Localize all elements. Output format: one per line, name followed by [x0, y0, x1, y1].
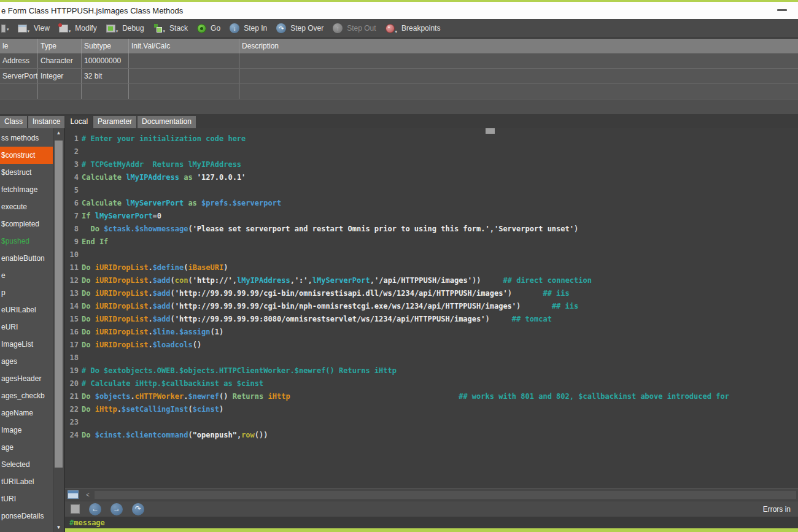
toolbar-button-modify[interactable]: ▾Modify [59, 24, 97, 33]
code-line[interactable]: 23 [65, 416, 798, 429]
method-list-item[interactable]: fetchImage [0, 181, 53, 198]
code-line[interactable]: 16Do iURIDropList.$line.$assign(1) [65, 326, 798, 339]
column-header-3[interactable]: Init.Val/Calc [129, 39, 239, 53]
code-line[interactable]: 22Do iHttp.$setCallingInst($cinst) [65, 403, 798, 416]
method-list-item[interactable]: ponseDetails [0, 507, 53, 525]
method-list-item[interactable]: $pushed [0, 233, 53, 250]
method-list-item[interactable]: ImageList [0, 336, 53, 353]
toolbar-button-breakpoints[interactable]: ▾Breakpoints [385, 24, 441, 33]
method-list-item[interactable]: $completed [0, 215, 53, 233]
horizontal-scrollbar[interactable]: < [65, 488, 798, 501]
table-cell[interactable] [38, 84, 82, 99]
code-line[interactable]: 2 [65, 145, 798, 158]
table-cell[interactable]: Address [0, 53, 38, 68]
method-list-item[interactable]: eURI [0, 318, 53, 336]
toolbar-button-debug[interactable]: ▾Debug [106, 24, 144, 33]
method-list-item[interactable]: tURILabel [0, 473, 53, 490]
send-arrow-icon[interactable]: ↷ [132, 503, 144, 515]
table-row[interactable] [0, 84, 798, 99]
code-line[interactable]: 10 [65, 249, 798, 261]
table-cell[interactable]: 100000000 [82, 53, 129, 68]
code-line[interactable]: 8 Do $ctask.$showmessage('Please set ser… [65, 223, 798, 236]
code-line[interactable]: 11Do iURIDropList.$define(iBaseURI) [65, 261, 798, 274]
table-cell[interactable] [129, 69, 239, 83]
code-token: lMyIPAddress [237, 276, 290, 285]
minimize-button[interactable] [777, 9, 787, 11]
tab-documentation[interactable]: Documentation [138, 116, 196, 128]
code-line[interactable]: 9End If [65, 236, 798, 249]
window-list-icon[interactable] [68, 490, 79, 499]
method-list-item[interactable]: ageName [0, 404, 53, 422]
method-list-item[interactable]: age [0, 439, 53, 456]
column-header-2[interactable]: Subtype [82, 39, 129, 53]
table-cell[interactable]: ServerPort [0, 69, 38, 83]
code-editor[interactable]: 1# Enter your initialization code here23… [65, 128, 798, 488]
code-line[interactable]: 14Do iURIDropList.$add('http://99.99.99.… [65, 300, 798, 313]
table-cell[interactable] [239, 53, 798, 68]
code-line[interactable]: 18 [65, 352, 798, 364]
scrollbar-track[interactable] [95, 491, 796, 499]
table-cell[interactable] [129, 53, 239, 68]
code-line[interactable]: 20# Calculate iHttp.$callbackinst as $ci… [65, 377, 798, 390]
method-list-item[interactable]: ages_checkb [0, 387, 53, 404]
stop-button[interactable] [71, 504, 80, 514]
toolbar-button-stack[interactable]: ▾Stack [153, 24, 188, 33]
back-arrow-icon[interactable]: ← [89, 503, 101, 515]
toolbar-button-step-over[interactable]: ↷Step Over [276, 23, 323, 33]
scrollbar-thumb[interactable] [55, 141, 63, 468]
code-line[interactable]: 6Calculate lMyServerPort as $prefs.$serv… [65, 197, 798, 210]
scroll-left-icon[interactable]: < [86, 492, 90, 498]
table-cell[interactable] [239, 69, 798, 83]
toolbar-button-step-out[interactable]: ↑Step Out [333, 23, 376, 33]
table-cell[interactable] [129, 84, 239, 99]
method-list-item[interactable]: tURI [0, 490, 53, 507]
table-cell[interactable]: Integer [38, 69, 82, 83]
method-list-item[interactable]: Image [0, 422, 53, 439]
method-list-item[interactable]: $construct [0, 147, 53, 164]
method-list-item[interactable]: eURILabel [0, 301, 53, 318]
table-cell[interactable]: Character [38, 53, 82, 68]
toolbar-button-step-in[interactable]: ↓Step In [230, 23, 267, 33]
toolbar-button-go[interactable]: Go [197, 24, 220, 33]
splitter-handle[interactable] [486, 128, 495, 134]
toolbar-button-view[interactable]: ▾View [18, 24, 50, 33]
code-line[interactable]: 17Do iURIDropList.$loadcols() [65, 339, 798, 352]
column-header-4[interactable]: Description [239, 39, 798, 53]
table-row[interactable]: ServerPortInteger32 bit [0, 69, 798, 84]
tab-parameter[interactable]: Parameter [93, 116, 136, 128]
method-list-item[interactable]: execute [0, 198, 53, 215]
code-line[interactable]: 15Do iURIDropList.$add('http://99.99.99.… [65, 313, 798, 326]
method-list-item[interactable]: $destruct [0, 164, 53, 181]
code-line[interactable]: 21Do $objects.cHTTPWorker.$newref() Retu… [65, 390, 798, 403]
code-line[interactable]: 7If lMyServerPort=0 [65, 210, 798, 223]
method-list-scrollbar[interactable]: ▲ ▼ [53, 128, 64, 532]
code-line[interactable]: 1# Enter your initialization code here [65, 133, 798, 145]
column-header-1[interactable]: Type [38, 39, 82, 53]
table-cell[interactable] [0, 84, 38, 99]
method-list-item[interactable]: ages [0, 353, 53, 370]
tab-class[interactable]: Class [0, 116, 27, 128]
method-list-item[interactable]: p [0, 284, 53, 301]
forward-arrow-icon[interactable]: → [110, 503, 123, 515]
column-header-0[interactable]: le [0, 39, 38, 53]
table-row[interactable]: AddressCharacter100000000 [0, 53, 798, 69]
tab-instance[interactable]: Instance [28, 116, 64, 128]
code-line[interactable]: 13Do iURIDropList.$add('http://99.99.99.… [65, 287, 798, 300]
scroll-down-icon[interactable]: ▼ [53, 525, 64, 530]
method-list-item[interactable]: e [0, 267, 53, 284]
method-list-item[interactable]: enableButton [0, 250, 53, 267]
code-line[interactable]: 24Do $cinst.$clientcommand("openpush",ro… [65, 429, 798, 442]
code-line[interactable]: 5 [65, 184, 798, 197]
code-line[interactable]: 12Do iURIDropList.$add(con('http://',lMy… [65, 274, 798, 287]
table-cell[interactable]: 32 bit [82, 69, 129, 83]
method-list-item[interactable]: agesHeader [0, 370, 53, 387]
code-line[interactable]: 19# Do $extobjects.OWEB.$objects.HTTPCli… [65, 364, 798, 377]
code-token [481, 276, 503, 285]
code-line[interactable]: 4Calculate lMyIPAddress as '127.0.0.1' [65, 171, 798, 184]
tab-local[interactable]: Local [66, 116, 92, 128]
code-line[interactable]: 3# TCPGetMyAddr Returns lMyIPAddress [65, 158, 798, 171]
method-list-item[interactable]: Selected [0, 456, 53, 473]
scroll-up-icon[interactable]: ▲ [53, 130, 64, 136]
table-cell[interactable] [239, 84, 798, 99]
table-cell[interactable] [82, 84, 129, 99]
